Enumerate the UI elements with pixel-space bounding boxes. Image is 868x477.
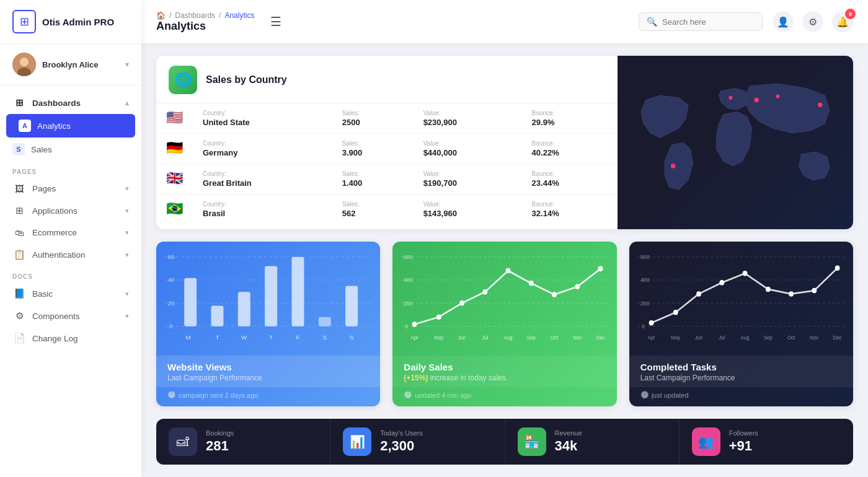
svg-point-4 — [776, 94, 779, 98]
flag-icon: 🇧🇷 — [166, 201, 183, 216]
value-cell: Value:$190,700 — [414, 164, 522, 195]
website-views-footer: 🕐 campaign sent 2 days ago — [156, 387, 380, 406]
ecommerce-chevron-icon: ▾ — [125, 229, 129, 237]
table-row: 🇧🇷 Country:Brasil Sales:562 Value:$143,9… — [156, 195, 618, 225]
svg-point-6 — [671, 164, 676, 168]
basic-icon: 📘 — [12, 288, 26, 299]
page-title: Analytics — [156, 20, 254, 33]
completed-tasks-footer: 🕐 just updated — [629, 387, 853, 406]
user-name: Brooklyn Alice — [42, 60, 119, 69]
svg-text:Dec: Dec — [596, 335, 605, 341]
daily-sales-chart: 600 400 200 0 — [392, 242, 616, 356]
flag-icon: 🇩🇪 — [166, 140, 183, 155]
applications-chevron-icon: ▾ — [125, 207, 129, 215]
search-input[interactable] — [662, 17, 749, 27]
search-box[interactable]: 🔍 — [639, 12, 763, 31]
svg-text:S: S — [322, 334, 327, 341]
ecommerce-icon: 🛍 — [12, 227, 26, 238]
followers-icon: 👥 — [692, 427, 720, 456]
sidebar-item-sales[interactable]: S Sales — [0, 138, 141, 161]
daily-sales-card: 600 400 200 0 — [392, 242, 616, 406]
gear-icon: ⚙ — [808, 16, 817, 28]
svg-point-5 — [818, 102, 823, 107]
completed-tasks-card: 600 400 200 0 — [629, 242, 853, 406]
country-cell: Country:Germany — [193, 134, 332, 164]
sidebar-item-label: Basic — [32, 289, 53, 299]
country-cell: Country:Great Britain — [193, 164, 332, 195]
breadcrumb-analytics[interactable]: Analytics — [224, 11, 254, 20]
menu-toggle-icon[interactable]: ☰ — [270, 14, 281, 29]
svg-text:May: May — [435, 335, 445, 341]
sales-card-title: Sales by Country — [206, 74, 287, 85]
stat-followers: 👥 Followers +91 — [680, 419, 853, 465]
svg-text:40: 40 — [167, 276, 175, 283]
svg-rect-19 — [265, 266, 277, 326]
svg-text:W: W — [241, 334, 247, 341]
sales-cell: Sales:1.400 — [332, 164, 414, 195]
daily-sales-subtitle: (+15%) increase in today sales. — [404, 374, 605, 382]
sales-table-section: 🌐 Sales by Country 🇺🇸 Country:United Sta… — [156, 56, 618, 229]
followers-label: Followers — [729, 429, 758, 437]
pages-icon: 🖼 — [12, 183, 26, 194]
sidebar-item-analytics[interactable]: A Analytics — [6, 114, 135, 138]
user-profile-button[interactable]: 👤 — [773, 11, 794, 32]
svg-rect-17 — [211, 306, 223, 326]
sidebar-item-label: Change Log — [32, 334, 78, 343]
main-content: 🏠 / Dashboards / Analytics Analytics ☰ 🔍… — [141, 0, 868, 477]
svg-point-44 — [552, 292, 557, 297]
sidebar-item-label: Dashboards — [32, 98, 81, 108]
svg-text:400: 400 — [640, 277, 650, 283]
breadcrumb-dashboards[interactable]: Dashboards — [175, 11, 215, 20]
svg-text:Dec: Dec — [833, 335, 841, 341]
website-views-chart: 60 40 20 0 — [156, 242, 380, 356]
svg-point-39 — [436, 314, 441, 320]
sidebar-item-applications[interactable]: ⊞ Applications ▾ — [0, 199, 141, 222]
sidebar-item-ecommerce[interactable]: 🛍 Ecommerce ▾ — [0, 222, 141, 243]
user-circle-icon: 👤 — [777, 16, 789, 28]
sidebar-item-authentication[interactable]: 📋 Authentication ▾ — [0, 243, 141, 266]
avatar — [12, 53, 36, 76]
svg-text:S: S — [350, 334, 354, 341]
svg-point-67 — [719, 280, 724, 286]
svg-rect-22 — [345, 286, 358, 326]
stat-today_users: 📊 Today's Users 2,300 — [330, 419, 505, 465]
world-map-section — [618, 56, 853, 229]
sidebar-navigation: ⊞ Dashboards ▴ A Analytics S Sales PAGES… — [0, 85, 141, 477]
sidebar-item-components[interactable]: ⚙ Components ▾ — [0, 305, 141, 327]
notifications-button[interactable]: 🔔 9 — [832, 11, 853, 32]
bookings-value: 281 — [206, 438, 234, 454]
svg-text:May: May — [671, 335, 681, 341]
sales-by-country-card: 🌐 Sales by Country 🇺🇸 Country:United Sta… — [156, 56, 853, 229]
svg-point-70 — [789, 291, 794, 297]
sidebar-item-label: Ecommerce — [32, 228, 77, 237]
bounce-cell: Bounce:29.9% — [522, 103, 618, 134]
svg-point-72 — [835, 266, 839, 271]
bounce-cell: Bounce:40.22% — [522, 134, 618, 164]
settings-button[interactable]: ⚙ — [802, 11, 823, 32]
svg-rect-18 — [238, 292, 250, 326]
sidebar-item-changelog[interactable]: 📄 Change Log — [0, 327, 141, 349]
sidebar-item-dashboards[interactable]: ⊞ Dashboards ▴ — [0, 92, 141, 114]
notification-badge: 9 — [845, 9, 856, 19]
svg-rect-20 — [291, 257, 304, 326]
svg-point-65 — [673, 310, 678, 315]
completed-tasks-info: Completed Tasks Last Campaign Performanc… — [629, 356, 853, 387]
svg-point-41 — [483, 289, 488, 295]
applications-icon: ⊞ — [12, 205, 26, 216]
svg-text:M: M — [186, 334, 191, 341]
pages-chevron-icon: ▾ — [125, 185, 129, 193]
svg-point-71 — [812, 288, 817, 294]
svg-text:Apr: Apr — [411, 335, 418, 341]
svg-point-69 — [766, 287, 771, 292]
revenue-value: 34k — [555, 438, 582, 454]
sidebar-item-label: Sales — [31, 145, 52, 154]
completed-tasks-chart: 600 400 200 0 — [629, 242, 853, 356]
flag-cell: 🇺🇸 — [156, 103, 193, 134]
sidebar-item-pages[interactable]: 🖼 Pages ▾ — [0, 178, 141, 199]
svg-point-68 — [742, 271, 747, 276]
home-icon: 🏠 — [156, 11, 166, 20]
sidebar-item-basic[interactable]: 📘 Basic ▾ — [0, 282, 141, 305]
daily-sales-highlight: (+15%) — [404, 374, 428, 382]
sales-cell: Sales:562 — [332, 195, 414, 225]
sidebar-user[interactable]: Brooklyn Alice ▾ — [0, 44, 141, 85]
